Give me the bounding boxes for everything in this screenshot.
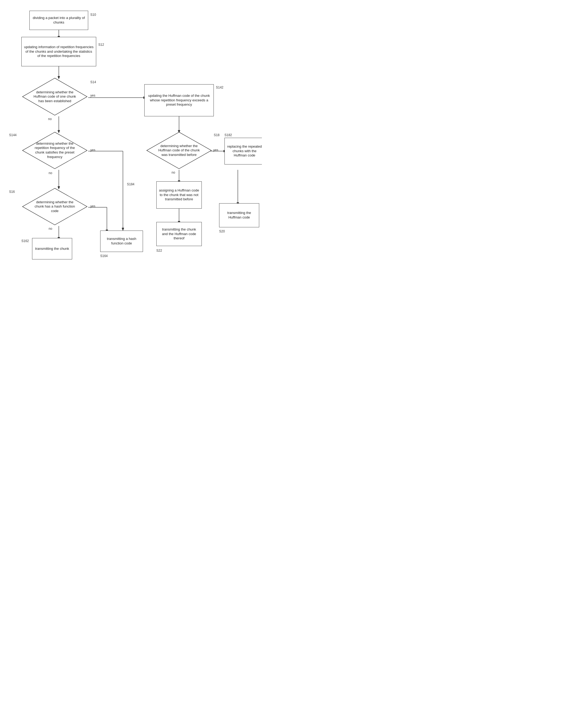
s18-label: S18	[214, 133, 219, 137]
s10-label: S10	[90, 13, 96, 17]
s142-label: S142	[216, 85, 223, 89]
s20-label: S20	[219, 230, 225, 233]
s18-yes-label: yes	[213, 148, 218, 152]
s184-box: assigning a Huffman code to the chunk th…	[156, 181, 202, 209]
s144-diamond: determining whether the repetition frequ…	[21, 131, 88, 170]
s22-box: transmitting the chunk and the Huffman c…	[156, 222, 202, 246]
flowchart: dividing a packet into a plurality of ch…	[5, 5, 256, 332]
svg-marker-16	[122, 228, 124, 231]
s22-label: S22	[156, 249, 162, 253]
s162-label: S162	[21, 239, 29, 243]
s142-box: updating the Huffman code of the chunk w…	[144, 84, 214, 116]
s12-label: S12	[98, 43, 104, 47]
s162-box: transmitting the chunk	[32, 238, 72, 259]
s164-label: S164	[100, 254, 108, 258]
s144-yes-label: yes	[90, 148, 95, 152]
s12-box: updating information of repetition frequ…	[21, 37, 96, 66]
s10-box: dividing a packet into a plurality of ch…	[29, 11, 88, 30]
s184-label: S184	[127, 182, 134, 186]
s14-yes-label: yes	[90, 94, 95, 97]
s18-no-label: no	[171, 171, 175, 174]
s144-label: S144	[9, 133, 17, 137]
s14-label: S14	[90, 80, 96, 84]
s144-no-label: no	[49, 171, 52, 175]
s18-diamond: determining whether the Huffman code of …	[146, 131, 213, 170]
s14-diamond: determining whether the Huffman code of …	[21, 77, 88, 116]
s16-yes-label: yes	[90, 204, 95, 208]
s16-label: S16	[9, 190, 15, 193]
s182-box: replacing the repeated chunks with the H…	[224, 138, 262, 164]
s20-box: transmitting the Huffman code	[219, 203, 259, 227]
s16-no-label: no	[49, 227, 52, 231]
s164-box: transmitting a hash function code	[100, 231, 143, 252]
s14-no-label: no	[48, 117, 52, 121]
s16-diamond: determining whether the chunk has a hash…	[21, 187, 88, 226]
s182-label: S182	[224, 133, 232, 137]
